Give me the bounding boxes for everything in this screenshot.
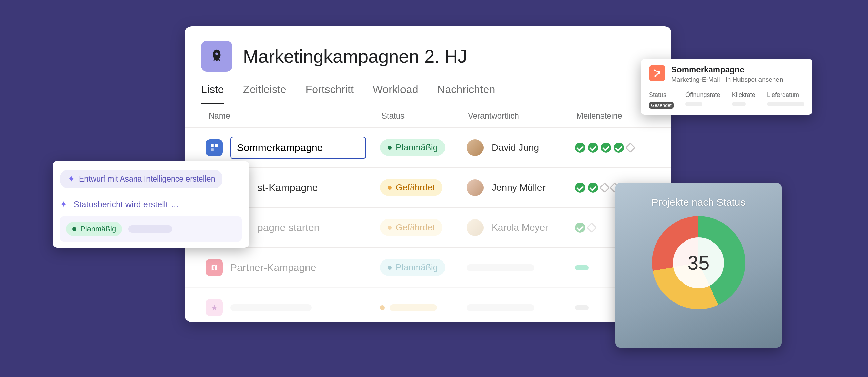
placeholder: [685, 102, 702, 106]
status-badge[interactable]: Planmäßig: [380, 139, 445, 156]
hubspot-col: Status: [649, 91, 674, 99]
svg-rect-2: [211, 148, 214, 151]
avatar: [467, 219, 484, 236]
table-row[interactable]: Planmäßig David Jung: [185, 128, 671, 168]
ai-creating-label: Statusbericht wird erstellt …: [74, 200, 179, 209]
placeholder: [128, 225, 172, 233]
col-header-name: Name: [185, 104, 372, 127]
hubspot-col: Klickrate: [732, 91, 755, 99]
task-name: Partner-Kampagne: [230, 262, 316, 273]
task-name-input[interactable]: [230, 137, 366, 159]
status-chart-card: Projekte nach Status 35: [615, 183, 782, 348]
hubspot-col: Öffnungsrate: [685, 91, 721, 99]
ai-draft-button[interactable]: ✦ Entwurf mit Asana Intelligence erstell…: [60, 170, 222, 188]
board-icon: [206, 139, 223, 156]
hubspot-icon: [649, 65, 665, 81]
tab-workload[interactable]: Workload: [373, 83, 418, 104]
status-label: Planmäßig: [396, 262, 438, 273]
status-badge[interactable]: Gefährdet: [380, 219, 442, 236]
table-row[interactable]: [185, 288, 671, 322]
tab-progress[interactable]: Fortschritt: [305, 83, 354, 104]
avatar: [467, 139, 484, 156]
project-icon: [201, 41, 232, 72]
table-row[interactable]: pagne starten Gefährdet Karola Meyer: [185, 208, 671, 248]
chart-title: Projekte nach Status: [652, 196, 746, 208]
project-tabs: Liste Zeitleiste Fortschritt Workload Na…: [185, 72, 671, 104]
milestones: [567, 128, 652, 167]
chart-value: 35: [688, 251, 710, 274]
donut-chart: 35: [652, 216, 745, 309]
task-name: pagne starten: [257, 222, 319, 233]
rocket-icon: [209, 48, 224, 64]
ai-result: Planmäßig: [60, 216, 242, 242]
placeholder: [390, 304, 437, 311]
tab-timeline[interactable]: Zeitleiste: [243, 83, 287, 104]
milestone-bar: [575, 305, 589, 310]
col-header-milestones: Meilensteine: [567, 104, 652, 127]
status-label: Planmäßig: [80, 225, 116, 233]
sparkle-icon: ✦: [60, 199, 67, 210]
owner-name: David Jung: [492, 142, 539, 153]
avatar: [467, 179, 484, 196]
column-headers: Name Status Verantwortlich Meilensteine: [185, 104, 671, 128]
col-header-owner: Verantwortlich: [458, 104, 567, 127]
status-badge[interactable]: Gefährdet: [380, 179, 442, 196]
svg-rect-0: [211, 144, 214, 147]
ai-popup: ✦ Entwurf mit Asana Intelligence erstell…: [53, 161, 249, 248]
map-icon: [206, 259, 223, 276]
tab-list[interactable]: Liste: [201, 83, 224, 104]
svg-rect-1: [215, 144, 218, 147]
col-header-status: Status: [372, 104, 458, 127]
hubspot-title: Sommerkampagne: [671, 65, 783, 75]
task-name: st-Kampagne: [257, 182, 318, 193]
sparkle-icon: ✦: [67, 174, 75, 184]
status-label: Planmäßig: [396, 142, 438, 153]
hubspot-status-badge: Gesendet: [649, 102, 674, 109]
project-title: Marketingkampagnen 2. HJ: [243, 46, 467, 67]
hubspot-card[interactable]: Sommerkampagne Marketing-E-Mail · In Hub…: [641, 59, 812, 115]
table-row[interactable]: Partner-Kampagne Planmäßig: [185, 248, 671, 288]
placeholder: [230, 304, 312, 311]
status-badge: Planmäßig: [66, 222, 122, 236]
status-badge[interactable]: Planmäßig: [380, 259, 445, 276]
owner-name: Karola Meyer: [492, 222, 548, 233]
star-icon: [206, 299, 223, 316]
status-label: Gefährdet: [396, 182, 435, 193]
ai-draft-label: Entwurf mit Asana Intelligence erstellen: [79, 174, 215, 184]
milestone-bar: [575, 265, 589, 270]
project-board: Marketingkampagnen 2. HJ Liste Zeitleist…: [185, 26, 671, 322]
hubspot-subtitle: Marketing-E-Mail · In Hubspot ansehen: [671, 76, 783, 83]
placeholder: [732, 102, 746, 106]
placeholder: [767, 102, 804, 106]
placeholder: [467, 304, 534, 311]
status-label: Gefährdet: [396, 222, 435, 233]
table-row[interactable]: st-Kampagne Gefährdet Jenny Müller: [185, 168, 671, 208]
project-header: Marketingkampagnen 2. HJ: [185, 26, 671, 72]
hubspot-col: Lieferdatum: [767, 91, 804, 99]
placeholder: [467, 264, 534, 271]
tab-messages[interactable]: Nachrichten: [437, 83, 495, 104]
owner-name: Jenny Müller: [492, 182, 546, 193]
